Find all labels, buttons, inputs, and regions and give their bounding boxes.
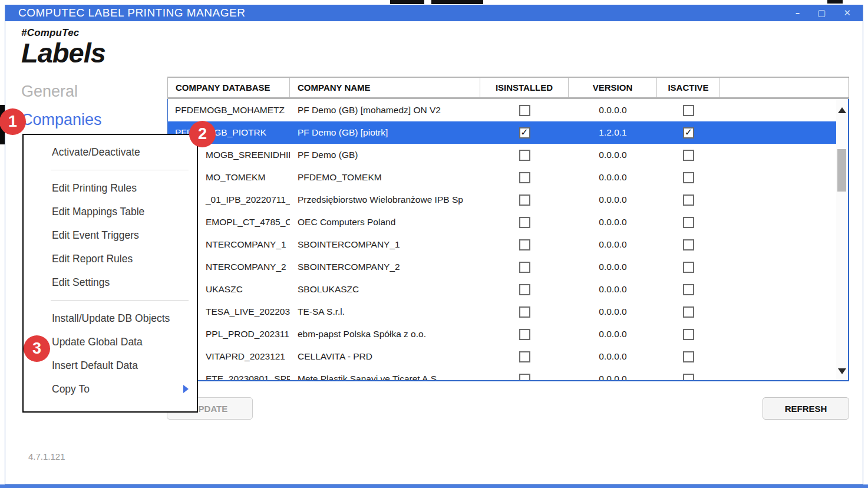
isinstalled-checkbox[interactable] (519, 284, 530, 295)
menu-item-edit-report-rules[interactable]: Edit Report Rules (24, 247, 197, 271)
isinstalled-checkbox[interactable] (519, 217, 530, 228)
annotation-badge-2: 2 (189, 121, 216, 147)
sidebar-item-general[interactable]: General (21, 83, 78, 101)
cell-isactive (657, 374, 720, 382)
table-row[interactable]: EMOPL_CT_4785_COOEC Computers Poland0.0.… (168, 211, 836, 233)
cell-company-database: PFDEMOGB_MOHAMETZ (168, 105, 290, 116)
isinstalled-checkbox[interactable] (519, 150, 530, 161)
isactive-checkbox[interactable]: ✓ (683, 127, 694, 139)
isactive-checkbox[interactable] (683, 306, 694, 318)
table-row[interactable]: VITAPRD_2023121CELLAVITA - PRD0.0.0.0 (168, 345, 836, 368)
maximize-button[interactable]: ▢ (817, 9, 826, 18)
table-row[interactable]: _01_IPB_20220711_Przedsiębiorstwo Wielob… (168, 189, 836, 211)
minimize-button[interactable]: – (796, 9, 800, 18)
cell-version: 0.0.0.0 (569, 105, 657, 116)
cell-isactive (657, 306, 720, 318)
close-button[interactable]: ✕ (843, 9, 851, 18)
context-menu: Activate/DeactivateEdit Printing RulesEd… (22, 134, 198, 413)
cell-isactive (657, 351, 720, 362)
isactive-checkbox[interactable] (683, 329, 694, 340)
cell-isactive (657, 217, 720, 228)
menu-item-edit-event-triggers[interactable]: Edit Event Triggers (24, 223, 197, 247)
cell-isinstalled (480, 351, 569, 362)
isactive-checkbox[interactable] (683, 351, 694, 362)
cell-company-name: PFDEMO_TOMEKM (290, 172, 480, 183)
isactive-checkbox[interactable] (683, 284, 694, 295)
cell-isinstalled (480, 284, 569, 295)
table-row[interactable]: UKASZCSBOLUKASZC0.0.0.0 (168, 278, 836, 301)
cell-company-name: OEC Computers Poland (290, 217, 480, 227)
isactive-checkbox[interactable] (683, 374, 694, 382)
scroll-down-icon[interactable] (838, 368, 846, 374)
table-row[interactable]: ETE_20230801_SPRMete Plastik Sanayi ve T… (168, 368, 836, 381)
table-row[interactable]: NTERCOMPANY_2SBOINTERCOMPANY_20.0.0.0 (168, 256, 836, 278)
vertical-scrollbar[interactable] (836, 99, 848, 380)
menu-item-edit-settings[interactable]: Edit Settings (24, 271, 197, 294)
isactive-checkbox[interactable] (683, 172, 694, 183)
isactive-checkbox[interactable] (683, 262, 694, 273)
isinstalled-checkbox[interactable] (519, 172, 530, 183)
window-controls: –▢✕ (796, 9, 863, 18)
cell-company-name: TE-SA S.r.l. (290, 306, 480, 317)
table-body-rows: PFDEMOGB_MOHAMETZPF Demo (GB) [mohamedz]… (168, 99, 836, 381)
cell-version: 0.0.0.0 (569, 329, 657, 339)
sidebar-item-companies[interactable]: Companies (21, 111, 102, 129)
isinstalled-checkbox[interactable] (519, 306, 530, 318)
refresh-button[interactable]: REFRESH (763, 397, 849, 420)
cell-company-name: CELLAVITA - PRD (290, 351, 480, 362)
isinstalled-checkbox[interactable] (519, 105, 530, 116)
column-header-isinstalled[interactable]: ISINSTALLED (480, 78, 569, 97)
table-row[interactable]: PFDEMOGB_PIOTRKPF Demo (GB) [piotrk]✓1.2… (168, 121, 836, 144)
table-row[interactable]: PFDEMOGB_MOHAMETZPF Demo (GB) [mohamedz]… (168, 99, 836, 121)
table-row[interactable]: PPL_PROD_202311ebm-papst Polska Spółka z… (168, 323, 836, 345)
isinstalled-checkbox[interactable] (519, 329, 530, 340)
table-header-row: COMPANY DATABASE COMPANY NAME ISINSTALLE… (167, 77, 849, 99)
scrollbar-thumb[interactable] (837, 149, 846, 192)
column-header-company-database[interactable]: COMPANY DATABASE (168, 78, 290, 97)
cell-version: 0.0.0.0 (569, 217, 657, 227)
cell-version: 0.0.0.0 (569, 172, 657, 183)
isinstalled-checkbox[interactable]: ✓ (519, 127, 530, 139)
background-window-fragment (431, 0, 483, 4)
background-window-fragment (827, 0, 843, 4)
menu-item-label: Edit Mappings Table (52, 206, 144, 218)
isactive-checkbox[interactable] (683, 194, 694, 206)
cell-isinstalled (480, 105, 569, 116)
isinstalled-checkbox[interactable] (519, 239, 530, 250)
cell-company-name: ebm-papst Polska Spółka z o.o. (290, 329, 480, 339)
isactive-checkbox[interactable] (683, 239, 694, 250)
isactive-checkbox[interactable] (683, 217, 694, 228)
cell-company-name: Przedsiębiorstwo Wielobranżowe IPB Sp (290, 194, 480, 205)
menu-item-edit-mappings-table[interactable]: Edit Mappings Table (24, 200, 197, 223)
menu-item-insert-default-data[interactable]: Insert Default Data (24, 354, 197, 377)
cell-company-name: PF Demo (GB) [mohamedz] ON V2 (290, 105, 480, 116)
menu-item-edit-printing-rules[interactable]: Edit Printing Rules (24, 176, 197, 200)
table-row[interactable]: TESA_LIVE_2022030TE-SA S.r.l.0.0.0.0 (168, 301, 836, 323)
background-window-sliver (0, 0, 868, 5)
isinstalled-checkbox[interactable] (519, 351, 530, 362)
menu-item-label: Edit Printing Rules (52, 182, 137, 194)
app-window: COMPUTEC LABEL PRINTING MANAGER –▢✕ #Com… (5, 5, 863, 484)
isactive-checkbox[interactable] (683, 105, 694, 116)
submenu-arrow-icon (183, 385, 189, 393)
menu-item-activate-deactivate[interactable]: Activate/Deactivate (24, 140, 197, 164)
cell-company-name: Mete Plastik Sanayi ve Ticaret A.S. (290, 374, 480, 381)
table-row[interactable]: MO_TOMEKMPFDEMO_TOMEKM0.0.0.0 (168, 166, 836, 189)
menu-item-label: Update Global Data (52, 336, 143, 348)
cell-isinstalled (480, 262, 569, 273)
cell-isinstalled (480, 329, 569, 340)
menu-item-install-update-db-objects[interactable]: Install/Update DB Objects (24, 306, 197, 330)
isactive-checkbox[interactable] (683, 150, 694, 161)
column-header-company-name[interactable]: COMPANY NAME (290, 78, 480, 97)
background-window-fragment (390, 0, 424, 4)
table-row[interactable]: MOGB_SREENIDHIRPF Demo (GB)0.0.0.0 (168, 144, 836, 166)
menu-separator (51, 300, 189, 301)
isinstalled-checkbox[interactable] (519, 374, 530, 382)
column-header-version[interactable]: VERSION (569, 78, 657, 97)
isinstalled-checkbox[interactable] (519, 194, 530, 206)
scroll-up-icon[interactable] (838, 107, 846, 113)
table-row[interactable]: NTERCOMPANY_1SBOINTERCOMPANY_10.0.0.0 (168, 233, 836, 256)
isinstalled-checkbox[interactable] (519, 262, 530, 273)
menu-item-copy-to[interactable]: Copy To (24, 377, 197, 401)
column-header-isactive[interactable]: ISACTIVE (657, 78, 720, 97)
